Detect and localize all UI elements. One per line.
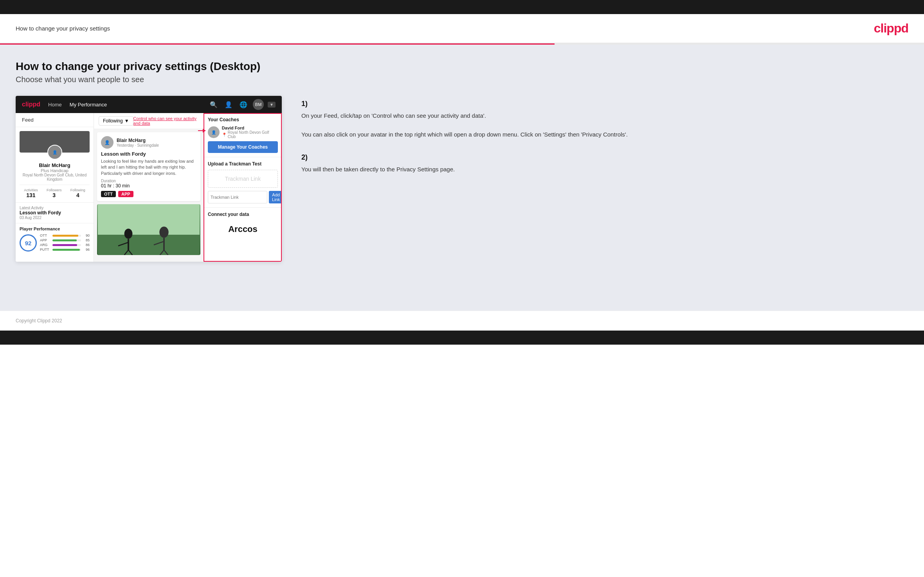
bar-app-label: APP (40, 238, 51, 242)
profile-avatar: 👤 (47, 145, 62, 160)
privacy-link[interactable]: Control who can see your activity and da… (133, 116, 199, 126)
person-icon[interactable]: 👤 (223, 99, 234, 110)
connect-section: Connect your data Arccos (204, 208, 282, 242)
svg-rect-1 (98, 235, 200, 255)
trackman-section: Upload a Trackman Test Trackman Link Add… (204, 157, 282, 208)
bar-putt-val: 96 (83, 248, 90, 252)
instruction-2: 2) You will then be taken directly to th… (301, 153, 908, 174)
tpq-row: 92 OTT 90 APP (20, 234, 90, 252)
stat-following-value: 4 (70, 192, 85, 198)
location-icon: 📍 (222, 133, 227, 137)
bar-arg: ARG 86 (40, 243, 90, 247)
avatar-dropdown-btn[interactable]: ▼ (268, 102, 276, 108)
manage-coaches-btn[interactable]: Manage Your Coaches (208, 141, 278, 153)
stat-followers-label: Followers (47, 188, 62, 192)
red-arrow-line (198, 130, 204, 131)
globe-icon[interactable]: 🌐 (238, 99, 249, 110)
stat-followers-value: 3 (47, 192, 62, 198)
page-heading: How to change your privacy settings (Des… (16, 60, 908, 73)
latest-activity-name: Lesson with Fordy (20, 210, 90, 216)
activity-duration-label: Duration (101, 179, 196, 183)
right-panel-inner: Your Coaches 👤 David Ford 📍 Royal North … (204, 113, 282, 242)
activity-user-info: Blair McHarg Yesterday · Sunningdale (117, 138, 159, 147)
bar-arg-fill (52, 244, 77, 246)
feed-tab[interactable]: Feed (16, 113, 94, 127)
activity-avatar: 👤 (101, 136, 113, 149)
profile-name: Blair McHarg (20, 162, 90, 168)
profile-bg: 👤 (20, 131, 90, 153)
bar-putt-label: PUTT (40, 248, 51, 252)
stat-activities-label: Activities (24, 188, 38, 192)
header: How to change your privacy settings clip… (0, 14, 924, 43)
instruction-1-text: On your Feed, click/tap on 'Control who … (301, 111, 908, 139)
app-nav-icons: 🔍 👤 🌐 BM ▼ (208, 99, 276, 110)
following-btn-label: Following (103, 118, 123, 124)
latest-activity: Latest Activity Lesson with Fordy 03 Aug… (16, 202, 94, 223)
bar-arg-track (52, 244, 81, 246)
bar-ott-label: OTT (40, 234, 51, 237)
arrow-head (203, 129, 206, 133)
stat-activities: Activities 131 (24, 188, 38, 198)
bar-putt-track (52, 249, 81, 251)
bar-ott-track (52, 235, 81, 237)
player-perf-title: Player Performance (20, 226, 90, 231)
tag-app: APP (118, 191, 133, 197)
svg-rect-0 (98, 204, 200, 235)
app-nav-logo: clippd (22, 101, 40, 108)
bar-ott-fill (52, 235, 78, 237)
app-nav: clippd Home My Performance 🔍 👤 🌐 BM ▼ (16, 96, 282, 113)
stat-following: Following 4 (70, 188, 85, 198)
activity-user-row: 👤 Blair McHarg Yesterday · Sunningdale (101, 136, 196, 149)
user-avatar[interactable]: BM (253, 99, 264, 110)
activity-card: 👤 Blair McHarg Yesterday · Sunningdale L… (97, 132, 200, 201)
main-content: How to change your privacy settings (Des… (0, 45, 924, 311)
coaches-title: Your Coaches (208, 117, 278, 122)
bar-app-fill (52, 239, 77, 241)
tpq-bars: OTT 90 APP (40, 234, 90, 252)
app-feed: Following ▼ Control who can see your act… (94, 113, 204, 262)
golf-scene-svg (97, 204, 200, 255)
coach-avatar: 👤 (208, 126, 220, 138)
svg-point-7 (159, 226, 168, 238)
instructions: 1) On your Feed, click/tap on 'Control w… (294, 96, 908, 188)
svg-point-2 (124, 229, 133, 239)
bar-app: APP 85 (40, 238, 90, 242)
activity-user-date: Yesterday · Sunningdale (117, 143, 159, 147)
activity-user-name: Blair McHarg (117, 138, 159, 143)
player-performance: Player Performance 92 OTT 90 (16, 223, 94, 255)
trackman-add-btn[interactable]: Add Link (269, 191, 282, 203)
trackman-title: Upload a Trackman Test (208, 161, 278, 167)
stat-following-label: Following (70, 188, 85, 192)
app-nav-links: Home My Performance (48, 102, 208, 108)
activity-image (97, 204, 200, 255)
nav-link-performance[interactable]: My Performance (70, 102, 107, 108)
feed-header: Following ▼ Control who can see your act… (94, 113, 204, 129)
bar-app-val: 85 (83, 238, 90, 242)
trackman-input[interactable] (208, 191, 267, 203)
latest-activity-label: Latest Activity (20, 206, 90, 210)
copyright: Copyright Clippd 2022 (16, 318, 62, 324)
bar-ott-val: 90 (83, 234, 90, 237)
bar-arg-val: 86 (83, 243, 90, 247)
profile-handicap: Plus Handicap (20, 168, 90, 173)
trackman-placeholder: Trackman Link (208, 170, 278, 188)
coaches-section: Your Coaches 👤 David Ford 📍 Royal North … (204, 113, 282, 157)
coach-club: 📍 Royal North Devon Golf Club (222, 130, 278, 139)
footer: Copyright Clippd 2022 (0, 311, 924, 331)
search-icon[interactable]: 🔍 (208, 99, 219, 110)
bar-arg-label: ARG (40, 243, 51, 247)
coach-info: David Ford 📍 Royal North Devon Golf Club (222, 126, 278, 139)
following-btn[interactable]: Following ▼ (99, 116, 133, 126)
app-right-panel: Your Coaches 👤 David Ford 📍 Royal North … (204, 113, 282, 262)
dropdown-chevron-icon: ▼ (124, 118, 129, 124)
stat-followers: Followers 3 (47, 188, 62, 198)
header-title: How to change your privacy settings (16, 25, 110, 32)
instruction-1-number: 1) (301, 100, 908, 108)
page-subheading: Choose what you want people to see (16, 75, 908, 84)
nav-link-home[interactable]: Home (48, 102, 62, 108)
tpq-score: 92 (20, 234, 37, 252)
bottom-bar (0, 331, 924, 345)
bar-app-track (52, 239, 81, 241)
top-bar (0, 0, 924, 14)
profile-card: 👤 Blair McHarg Plus Handicap Royal North… (16, 127, 94, 202)
